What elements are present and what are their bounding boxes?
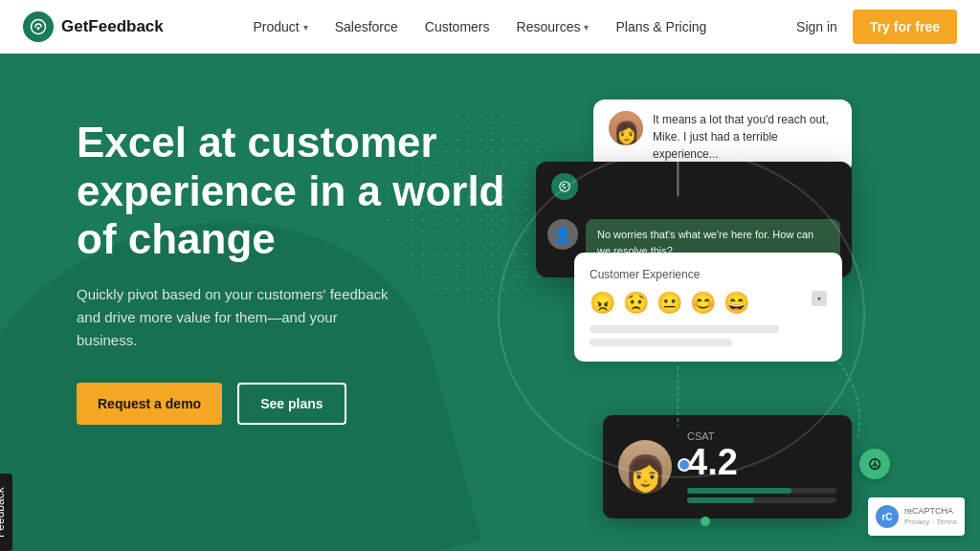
- nav-product[interactable]: Product ▾: [253, 19, 307, 34]
- recaptcha-badge: rC reCAPTCHA Privacy - Terms: [868, 497, 965, 536]
- request-demo-button[interactable]: Request a demo: [77, 383, 222, 425]
- blue-connector-dot: [678, 458, 691, 472]
- csat-bar-1: [687, 488, 836, 494]
- survey-line-1: [590, 325, 779, 333]
- hero-section: Excel at customer experience in a world …: [0, 54, 980, 551]
- emoji-rating-row: 😠 😟 😐 😊 😄 ▾: [590, 291, 827, 316]
- satisfaction-icon: ☮: [859, 449, 890, 479]
- logo-icon: [23, 11, 54, 42]
- nav-customers[interactable]: Customers: [425, 19, 490, 34]
- csat-bar-2: [687, 497, 836, 503]
- recaptcha-icon: rC: [876, 505, 899, 528]
- csat-card: CSAT 4.2: [603, 415, 852, 518]
- signin-button[interactable]: Sign in: [796, 19, 837, 34]
- emoji-happy: 😊: [690, 291, 716, 316]
- emoji-neutral: 😐: [657, 291, 682, 316]
- chat-bubble-text: It means a lot that you'd reach out, Mik…: [653, 111, 836, 163]
- csat-bars: [687, 488, 836, 503]
- recaptcha-text: reCAPTCHA Privacy - Terms: [904, 506, 957, 527]
- svg-point-3: [564, 187, 566, 188]
- chevron-down-icon-2: ▾: [584, 22, 589, 33]
- hero-cta-buttons: Request a demo See plans: [77, 383, 517, 425]
- svg-point-2: [560, 182, 570, 192]
- agent-avatar: 👤: [547, 219, 578, 250]
- emoji-very-happy: 😄: [724, 291, 749, 316]
- survey-card: Customer Experience 😠 😟 😐 😊 😄 ▾: [574, 253, 842, 362]
- nav-menu: Product ▾ Salesforce Customers Resources…: [194, 19, 766, 34]
- logo-text: GetFeedback: [61, 17, 164, 36]
- chevron-down-icon: ▾: [303, 22, 308, 33]
- nav-salesforce[interactable]: Salesforce: [335, 19, 398, 34]
- hero-heading: Excel at customer experience in a world …: [77, 119, 517, 264]
- svg-point-1: [37, 27, 40, 30]
- card-header: [536, 162, 852, 211]
- csat-label: CSAT: [687, 430, 836, 442]
- survey-title: Customer Experience: [590, 268, 827, 281]
- navbar: GetFeedback Product ▾ Salesforce Custome…: [0, 0, 980, 54]
- try-free-button[interactable]: Try for free: [853, 10, 957, 44]
- csat-avatar: [618, 440, 672, 494]
- logo[interactable]: GetFeedback: [23, 11, 164, 42]
- card-logo-icon: [551, 173, 578, 200]
- hero-right-mockup: It means a lot that you'd reach out, Mik…: [517, 99, 903, 551]
- csat-content: CSAT 4.2: [687, 430, 836, 503]
- nav-resources[interactable]: Resources ▾: [517, 19, 590, 34]
- feedback-tab[interactable]: Feedback: [0, 474, 12, 551]
- emoji-angry: 😠: [590, 291, 615, 316]
- survey-lines: [590, 325, 827, 346]
- green-connector-dot: [701, 517, 710, 526]
- navbar-actions: Sign in Try for free: [796, 10, 957, 44]
- hero-left-content: Excel at customer experience in a world …: [77, 99, 517, 425]
- avatar-female-icon: [609, 111, 643, 145]
- survey-line-2: [590, 339, 732, 346]
- hero-subtext: Quickly pivot based on your customers' f…: [77, 283, 402, 352]
- user-avatar: [609, 111, 643, 145]
- emoji-sad: 😟: [623, 291, 649, 316]
- dropdown-indicator: ▾: [812, 291, 827, 306]
- see-plans-button[interactable]: See plans: [237, 383, 345, 425]
- csat-score: 4.2: [687, 444, 836, 480]
- nav-plans-pricing[interactable]: Plans & Pricing: [615, 19, 706, 34]
